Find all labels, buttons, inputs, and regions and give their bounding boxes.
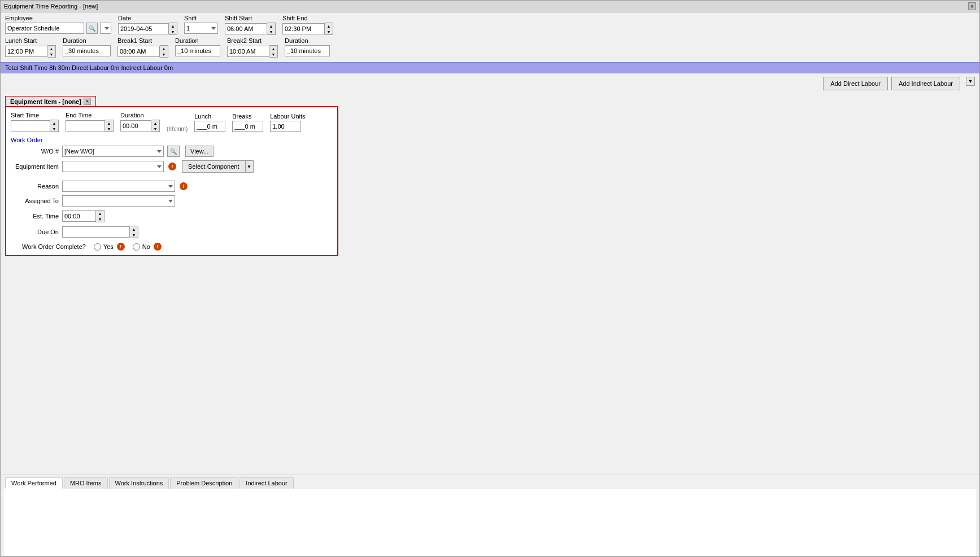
break1-start-input[interactable]	[117, 46, 160, 57]
duration-spinner[interactable]: ▲ ▼	[151, 120, 160, 132]
view-button[interactable]: View...	[185, 146, 214, 157]
employee-search-icon[interactable]: 🔍	[86, 23, 98, 34]
wo-search-button[interactable]: 🔍	[167, 146, 180, 157]
break1-start-spinner[interactable]: ▲ ▼	[160, 45, 168, 58]
due-on-input[interactable]	[62, 226, 130, 238]
due-on-input-group: ▲ ▼	[62, 226, 138, 238]
shift-end-input[interactable]	[282, 23, 325, 34]
window-close-button[interactable]: ×	[968, 2, 976, 10]
tab-work-performed[interactable]: Work Performed	[5, 477, 63, 489]
yes-radio[interactable]	[94, 243, 101, 251]
lunch-input[interactable]	[194, 121, 225, 132]
start-time-input[interactable]	[11, 120, 50, 131]
end-time-spinner-up[interactable]: ▲	[105, 120, 113, 126]
lunch-start-spinner-down[interactable]: ▼	[47, 51, 55, 57]
assigned-to-select[interactable]	[62, 195, 175, 207]
break2-start-spinner-up[interactable]: ▲	[269, 46, 277, 51]
break2-start-input[interactable]	[227, 46, 269, 57]
lunch-start-field-group: Lunch Start ▲ ▼	[5, 37, 56, 58]
lunch-label: Lunch	[194, 113, 225, 120]
date-spinner-up[interactable]: ▲	[169, 23, 177, 29]
panel-close-button[interactable]: ×	[84, 98, 91, 105]
time-fields-row: Start Time ▲ ▼ End Time	[11, 112, 333, 132]
assigned-to-row: Assigned To	[11, 195, 333, 207]
breaks-label: Breaks	[232, 113, 263, 120]
shift-end-spinner[interactable]: ▲ ▼	[325, 23, 333, 35]
est-time-input[interactable]	[62, 210, 96, 222]
shift-end-spinner-up[interactable]: ▲	[325, 23, 333, 29]
lunch-start-spinner[interactable]: ▲ ▼	[47, 45, 56, 58]
due-on-spinner-down[interactable]: ▼	[130, 232, 138, 238]
lunch-start-input[interactable]	[5, 46, 47, 57]
wo-select[interactable]: [New W/O]	[62, 146, 164, 157]
employee-input[interactable]	[5, 23, 84, 34]
break2-start-spinner[interactable]: ▲ ▼	[269, 45, 278, 58]
due-on-label: Due On	[11, 229, 59, 235]
est-time-spinner[interactable]: ▲ ▼	[96, 210, 104, 222]
start-time-spinner-down[interactable]: ▼	[50, 126, 58, 131]
tab-indirect-labour[interactable]: Indirect Labour	[239, 477, 293, 489]
break1-start-spinner-up[interactable]: ▲	[160, 46, 168, 51]
no-radio[interactable]	[133, 243, 140, 251]
duration-input-group: ▲ ▼	[120, 120, 160, 132]
panel-tab: Equipment Item - [none] ×	[5, 96, 96, 106]
lunch-start-spinner-up[interactable]: ▲	[47, 46, 55, 51]
equipment-item-input-group	[62, 161, 164, 172]
start-time-spinner[interactable]: ▲ ▼	[50, 120, 59, 132]
break1-duration-input[interactable]	[175, 45, 220, 56]
shift-start-spinner-down[interactable]: ▼	[267, 29, 275, 34]
breaks-input[interactable]	[232, 121, 263, 132]
shift-start-spinner-up[interactable]: ▲	[267, 23, 275, 29]
employee-dropdown[interactable]	[100, 23, 111, 34]
end-time-spinner[interactable]: ▲ ▼	[105, 120, 114, 132]
break1-start-spinner-down[interactable]: ▼	[160, 51, 168, 57]
due-on-spinner-up[interactable]: ▲	[130, 226, 138, 232]
labour-units-input[interactable]	[270, 121, 301, 132]
est-time-spinner-up[interactable]: ▲	[96, 210, 104, 216]
status-bar: Total Shift Time 8h 30m Direct Labour 0m…	[1, 62, 979, 73]
tab-bar: Work Performed MRO Items Work Instructio…	[1, 475, 979, 489]
shift-start-input[interactable]	[225, 23, 267, 34]
employee-field-group: Employee 🔍	[5, 15, 111, 34]
duration-spinner-down[interactable]: ▼	[151, 126, 159, 131]
lunch-duration-input[interactable]	[63, 45, 111, 56]
reason-select[interactable]	[62, 181, 175, 192]
date-spinner[interactable]: ▲ ▼	[169, 23, 177, 35]
shift-select[interactable]: 1	[184, 23, 218, 34]
tab-problem-description[interactable]: Problem Description	[170, 477, 238, 489]
end-time-input[interactable]	[66, 120, 105, 131]
start-time-spinner-up[interactable]: ▲	[50, 120, 58, 126]
shift-start-label: Shift Start	[225, 15, 276, 21]
est-time-label: Est. Time	[11, 213, 59, 220]
add-indirect-labour-button[interactable]: Add Indirect Labour	[891, 77, 960, 90]
date-input[interactable]	[118, 23, 169, 34]
equipment-item-label: Equipment Item	[11, 163, 59, 170]
due-on-spinner[interactable]: ▲ ▼	[130, 226, 138, 238]
end-time-spinner-down[interactable]: ▼	[105, 126, 113, 131]
break2-duration-input[interactable]	[285, 45, 330, 56]
break2-start-field-group: Break2 Start ▲ ▼	[227, 37, 278, 58]
panel-collapse-icon[interactable]: ▼	[966, 77, 975, 86]
select-component-arrow-button[interactable]: ▼	[246, 160, 254, 173]
break2-start-spinner-down[interactable]: ▼	[269, 51, 277, 57]
date-spinner-down[interactable]: ▼	[169, 29, 177, 34]
shift-field-group: Shift 1	[184, 15, 218, 34]
duration-input[interactable]	[120, 120, 151, 131]
end-time-group: End Time ▲ ▼	[66, 112, 114, 132]
work-order-link[interactable]: Work Order	[11, 137, 333, 143]
tab-work-instructions[interactable]: Work Instructions	[109, 477, 169, 489]
select-component-button[interactable]: Select Component	[182, 160, 246, 173]
shift-start-spinner[interactable]: ▲ ▼	[267, 23, 276, 35]
duration-spinner-up[interactable]: ▲	[151, 120, 159, 126]
add-direct-labour-button[interactable]: Add Direct Labour	[823, 77, 888, 90]
panel-title-row: Equipment Item - [none] ×	[5, 96, 975, 106]
break2-duration-field-group: Duration	[285, 37, 330, 56]
panel-title: Equipment Item - [none]	[10, 98, 81, 105]
reason-label: Reason	[11, 183, 59, 190]
tab-mro-items[interactable]: MRO Items	[64, 477, 108, 489]
equipment-panel-outer: Equipment Item - [none] × Start Time	[5, 96, 975, 256]
est-time-spinner-down[interactable]: ▼	[96, 216, 104, 222]
equipment-item-select[interactable]	[62, 161, 164, 172]
shift-end-spinner-down[interactable]: ▼	[325, 29, 333, 34]
lunch-duration-field-group: Duration	[63, 37, 111, 56]
